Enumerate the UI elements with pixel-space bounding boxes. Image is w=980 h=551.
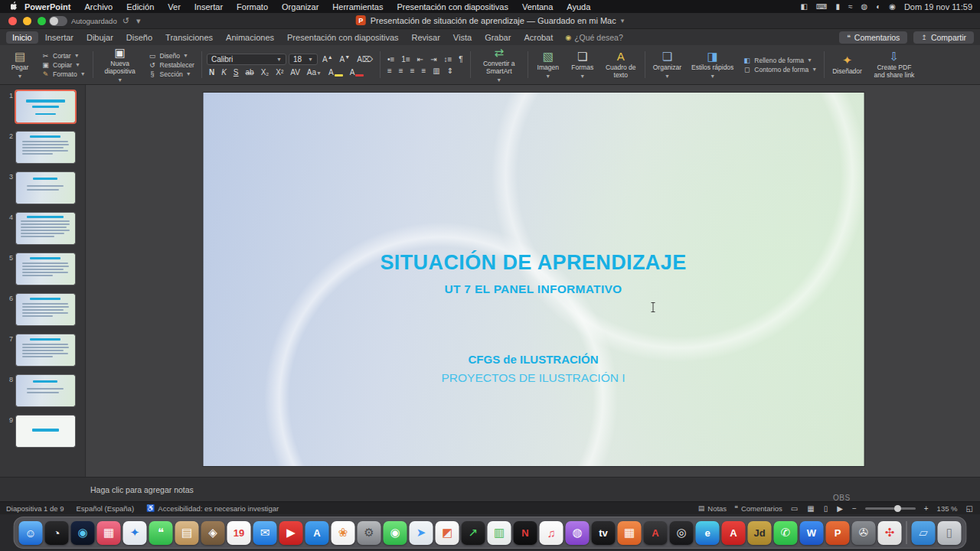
slide-thumbnail-3[interactable]: 3	[5, 172, 85, 204]
slide-thumbnail-panel[interactable]: 123456789	[0, 85, 86, 477]
dock-photo-booth-icon[interactable]: ◩	[436, 521, 459, 545]
dock-numbers-icon[interactable]: ▥	[488, 521, 511, 545]
dock-music-icon[interactable]: ♫	[540, 521, 564, 545]
slideshow-button[interactable]: ▶	[836, 504, 844, 513]
tab-inicio[interactable]: Inicio	[6, 31, 38, 44]
dock-siri-icon[interactable]: ◉	[71, 521, 95, 545]
menu-presentaci-n-con-diapositivas[interactable]: Presentación con diapositivas	[390, 2, 515, 11]
designer-button[interactable]: ✦ Diseñador	[829, 47, 865, 82]
zoom-out-button[interactable]: −	[851, 504, 858, 513]
zoom-slider-knob[interactable]	[894, 505, 901, 512]
dock-jd-app-icon[interactable]: Jd	[748, 521, 772, 545]
dock-downloads-folder-icon[interactable]: ▱	[912, 521, 936, 545]
battery-icon[interactable]: ▮	[835, 2, 840, 11]
slide-thumbnail-7[interactable]: 7	[5, 334, 85, 366]
strikethrough-button[interactable]: ab	[243, 68, 256, 77]
menubar-clock[interactable]: Dom 19 nov 11:59	[904, 2, 972, 11]
bullets-button[interactable]: •≡	[385, 55, 397, 64]
dock-books-icon[interactable]: ▤	[175, 521, 199, 545]
superscript-button[interactable]: X²	[273, 68, 286, 77]
slide-thumbnail-preview[interactable]	[16, 91, 75, 122]
fit-slide-button[interactable]: ◱	[965, 504, 974, 513]
layout-button[interactable]: ▭Diseño▼	[146, 52, 197, 60]
slide-thumbnail-9[interactable]: 9	[5, 416, 85, 447]
text-direction-button[interactable]: ¶	[456, 55, 465, 64]
slide-thumbnail-1[interactable]: 1	[5, 91, 85, 122]
slide-thumbnail-preview[interactable]	[16, 375, 75, 406]
notes-toggle-button[interactable]: ▤Notas	[698, 504, 727, 513]
share-button[interactable]: ↥ Compartir	[913, 31, 974, 44]
align-center-button[interactable]: ≡	[397, 67, 406, 75]
comments-toggle-button[interactable]: ❝Comentarios	[734, 504, 782, 513]
slide-thumbnail-preview[interactable]	[16, 253, 75, 285]
font-name-select[interactable]: Calibri▼	[207, 54, 286, 65]
siri-icon[interactable]: ◉	[889, 2, 896, 11]
dock-facetime-icon[interactable]: ◉	[384, 521, 407, 545]
outdent-button[interactable]: ⇤	[415, 55, 426, 64]
highlight-color-button[interactable]: A	[326, 68, 345, 77]
menu-ver[interactable]: Ver	[161, 2, 188, 11]
dock-netflix-icon[interactable]: N	[514, 521, 537, 545]
menu-insertar[interactable]: Insertar	[188, 2, 230, 11]
decrease-font-button[interactable]: A▼	[338, 54, 353, 64]
clear-formatting-button[interactable]: A⌦	[354, 55, 375, 64]
align-right-button[interactable]: ≡	[408, 67, 417, 75]
insert-image-button[interactable]: ▧ Imagen ▼	[533, 47, 564, 82]
display-icon[interactable]: ◧	[801, 2, 808, 11]
slide-thumbnail-6[interactable]: 6	[5, 294, 85, 325]
subscript-button[interactable]: X₂	[259, 68, 272, 77]
menu-herramientas[interactable]: Herramientas	[325, 2, 390, 11]
indent-button[interactable]: ⇥	[428, 55, 439, 64]
menu-ventana[interactable]: Ventana	[515, 2, 560, 11]
new-slide-button[interactable]: ▣ Nueva diapositiva ▼	[98, 47, 142, 82]
dock-photos-icon[interactable]: ❀	[332, 521, 355, 545]
search-icon[interactable]: ◍	[861, 2, 867, 11]
dock-mail-icon[interactable]: ✉	[253, 521, 277, 545]
shape-outline-button[interactable]: ◻Contorno de forma▼	[740, 66, 819, 73]
dock-app-store-icon[interactable]: A	[305, 521, 329, 545]
tab-acrobat[interactable]: Acrobat	[518, 31, 559, 44]
italic-button[interactable]: K	[219, 68, 229, 77]
create-pdf-button[interactable]: ⇩ Create PDF and share link	[869, 47, 920, 82]
title-caret-icon[interactable]: ▾	[621, 17, 625, 24]
align-left-button[interactable]: ≡	[385, 67, 394, 75]
zoom-in-button[interactable]: +	[923, 504, 929, 513]
zoom-level[interactable]: 135 %	[937, 504, 958, 513]
dock-adobe-pdf-icon[interactable]: A	[722, 521, 746, 545]
numbering-button[interactable]: 1≡	[399, 55, 412, 64]
slide-thumbnail-preview[interactable]	[16, 294, 75, 325]
language-indicator[interactable]: Español (España)	[77, 504, 135, 513]
align-text-button[interactable]: ⇕	[445, 67, 456, 75]
dock-messages-icon[interactable]: ❝	[149, 521, 173, 545]
font-color-button[interactable]: A	[348, 68, 367, 77]
dock-clock-icon[interactable]: ◔	[45, 521, 69, 545]
slide-thumbnail-preview[interactable]	[16, 416, 75, 447]
menu-edici-n[interactable]: Edición	[119, 2, 161, 11]
tell-me-search[interactable]: ◉ ¿Qué desea?	[565, 33, 623, 42]
undo-icon[interactable]: ↺	[121, 16, 131, 26]
slide-course-line2[interactable]: PROYECTOS DE ILUSTRACIÓN I	[203, 371, 864, 385]
dock-finder-icon[interactable]: ☺	[19, 521, 43, 545]
slide-title-text[interactable]: SITUACIÓN DE APRENDIZAJE	[203, 251, 864, 275]
slide-thumbnail-4[interactable]: 4	[5, 213, 85, 244]
dock-utilities-icon[interactable]: ◈	[201, 521, 225, 545]
slide-thumbnail-5[interactable]: 5	[5, 253, 85, 285]
copy-button[interactable]: ▣Copiar▼	[39, 61, 88, 69]
reading-view-button[interactable]: ▯	[823, 504, 829, 513]
menu-organizar[interactable]: Organizar	[275, 2, 325, 11]
menu-archivo[interactable]: Archivo	[78, 2, 120, 11]
slide-editor-area[interactable]: SITUACIÓN DE APRENDIZAJE UT 7 EL PANEL I…	[87, 85, 980, 477]
zoom-slider[interactable]	[865, 507, 916, 510]
tab-revisar[interactable]: Revisar	[406, 31, 446, 44]
insert-textbox-button[interactable]: A Cuadro de texto	[602, 47, 640, 82]
tab-transiciones[interactable]: Transiciones	[159, 31, 219, 44]
justify-button[interactable]: ≡	[420, 67, 429, 75]
tab-animaciones[interactable]: Animaciones	[220, 31, 280, 44]
slide-course-line1[interactable]: CFGS de ILUSTRACIÓN	[203, 353, 864, 366]
accessibility-status[interactable]: ♿ Accesibilidad: es necesario investigar	[146, 504, 279, 513]
font-size-select[interactable]: 18▼	[289, 54, 318, 65]
slide-sorter-view-button[interactable]: ▦	[806, 504, 815, 513]
arrange-button[interactable]: ❏ Organizar ▼	[650, 47, 684, 82]
keyboard-icon[interactable]: ⌨	[816, 2, 827, 11]
section-button[interactable]: §Sección▼	[146, 70, 197, 78]
